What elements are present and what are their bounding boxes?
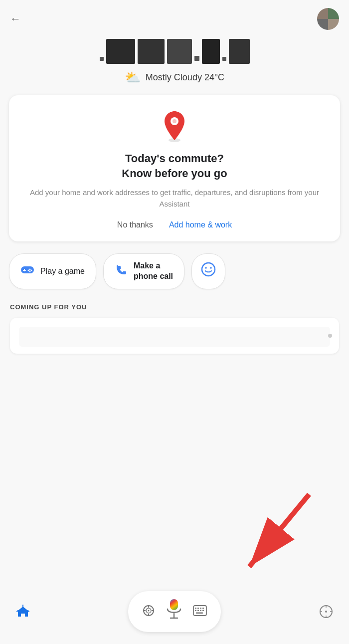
top-bar: ← bbox=[0, 0, 349, 34]
avatar-q2 bbox=[328, 8, 339, 19]
logo-element bbox=[100, 57, 104, 61]
svg-rect-33 bbox=[202, 610, 204, 612]
svg-point-6 bbox=[29, 268, 31, 270]
game-controller-icon bbox=[20, 264, 34, 278]
logo-element bbox=[167, 39, 192, 64]
avatar[interactable] bbox=[317, 8, 339, 30]
red-arrow-annotation bbox=[209, 489, 319, 579]
svg-point-17 bbox=[148, 610, 150, 612]
add-home-button[interactable]: Add home & work bbox=[169, 220, 232, 229]
keyboard-button[interactable] bbox=[193, 605, 207, 618]
svg-rect-31 bbox=[197, 610, 199, 612]
avatar-q3 bbox=[317, 19, 328, 30]
weather-condition: Mostly Cloudy 24°C bbox=[146, 72, 224, 83]
logo-element bbox=[229, 39, 250, 64]
svg-rect-27 bbox=[197, 608, 199, 609]
play-game-chip[interactable]: Play a game bbox=[9, 253, 96, 289]
lens-button[interactable] bbox=[142, 604, 155, 619]
svg-point-36 bbox=[325, 611, 327, 613]
svg-point-8 bbox=[29, 270, 31, 272]
play-game-label: Play a game bbox=[40, 267, 85, 276]
phone-icon bbox=[115, 263, 128, 279]
svg-rect-32 bbox=[200, 610, 201, 612]
svg-rect-30 bbox=[195, 610, 196, 612]
emoji-chip[interactable] bbox=[191, 253, 225, 289]
logo-element bbox=[138, 39, 165, 64]
phone-call-label: Make aphone call bbox=[134, 261, 173, 282]
svg-line-14 bbox=[249, 494, 309, 567]
svg-point-7 bbox=[31, 269, 32, 271]
coming-up-scroll-dot bbox=[328, 334, 332, 338]
weather-icon: ⛅ bbox=[125, 70, 141, 85]
bottom-bar bbox=[0, 589, 349, 644]
card-title: Today's commute? bbox=[23, 152, 326, 165]
back-button[interactable]: ← bbox=[10, 12, 21, 25]
weather-row: ⛅ Mostly Cloudy 24°C bbox=[0, 67, 349, 95]
logo-element bbox=[222, 57, 226, 61]
card-description: Add your home and work addresses to get … bbox=[23, 187, 326, 210]
logo-element bbox=[202, 39, 220, 64]
suggestions-row: Play a game Make aphone call bbox=[0, 253, 349, 301]
svg-rect-26 bbox=[195, 608, 196, 609]
mic-button[interactable] bbox=[165, 598, 183, 625]
logo-area bbox=[0, 34, 349, 67]
avatar-q1 bbox=[317, 8, 328, 19]
avatar-q4 bbox=[328, 19, 339, 30]
location-pin-icon bbox=[161, 110, 188, 144]
coming-up-card bbox=[10, 318, 339, 354]
commute-card: Today's commute? Know before you go Add … bbox=[9, 95, 340, 241]
svg-rect-34 bbox=[196, 613, 203, 614]
logo-element bbox=[106, 39, 135, 64]
coming-up-section: COMING UP FOR YOU bbox=[0, 301, 349, 359]
svg-point-12 bbox=[210, 267, 212, 269]
coming-up-title: COMING UP FOR YOU bbox=[10, 303, 339, 311]
card-subtitle: Know before you go bbox=[23, 167, 326, 180]
logo-element bbox=[194, 56, 199, 61]
svg-point-10 bbox=[202, 263, 215, 276]
svg-point-9 bbox=[28, 269, 29, 271]
smiley-icon bbox=[201, 262, 216, 280]
svg-point-2 bbox=[173, 119, 176, 123]
svg-point-11 bbox=[205, 267, 207, 269]
no-thanks-button[interactable]: No thanks bbox=[117, 220, 153, 229]
svg-rect-29 bbox=[202, 608, 204, 609]
phone-call-chip[interactable]: Make aphone call bbox=[103, 253, 184, 289]
home-button[interactable] bbox=[16, 605, 30, 619]
compass-button[interactable] bbox=[319, 605, 333, 619]
mic-container bbox=[128, 591, 221, 632]
svg-rect-22 bbox=[170, 599, 178, 610]
coming-up-card-content bbox=[19, 327, 330, 347]
svg-rect-5 bbox=[23, 270, 26, 271]
card-actions: No thanks Add home & work bbox=[23, 220, 326, 229]
svg-rect-28 bbox=[200, 608, 201, 609]
